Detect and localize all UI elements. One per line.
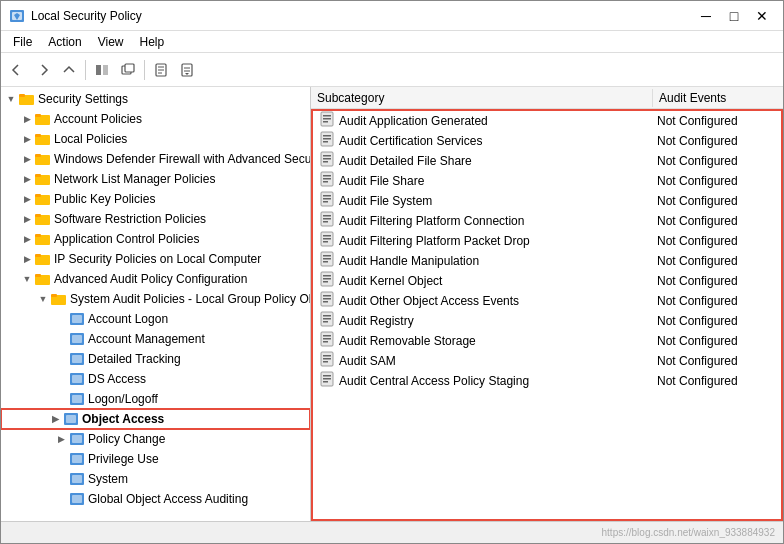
svg-rect-101 bbox=[323, 338, 331, 340]
list-row[interactable]: Audit Other Object Access EventsNot Conf… bbox=[313, 291, 781, 311]
tree-item-local-policies[interactable]: ▶ Local Policies bbox=[1, 129, 310, 149]
list-row[interactable]: Audit Detailed File ShareNot Configured bbox=[313, 151, 781, 171]
forward-button[interactable] bbox=[31, 58, 55, 82]
expander-app-control[interactable]: ▶ bbox=[19, 231, 35, 247]
tree-item-system[interactable]: ▶ System bbox=[1, 469, 310, 489]
tree-panel[interactable]: ▼ Security Settings ▶ Account Policies ▶ bbox=[1, 87, 311, 521]
audit-name: Audit Kernel Object bbox=[339, 274, 442, 288]
svg-rect-64 bbox=[323, 155, 331, 157]
tree-label-public-key: Public Key Policies bbox=[54, 189, 155, 209]
list-row[interactable]: Audit Certification ServicesNot Configur… bbox=[313, 131, 781, 151]
audit-status: Not Configured bbox=[651, 112, 781, 130]
list-row[interactable]: Audit Filtering Platform Packet DropNot … bbox=[313, 231, 781, 251]
menu-file[interactable]: File bbox=[5, 33, 40, 51]
svg-rect-84 bbox=[323, 255, 331, 257]
svg-rect-104 bbox=[323, 355, 331, 357]
menu-help[interactable]: Help bbox=[132, 33, 173, 51]
tree-item-system-audit[interactable]: ▼ System Audit Policies - Local Group Po… bbox=[1, 289, 310, 309]
tree-item-public-key[interactable]: ▶ Public Key Policies bbox=[1, 189, 310, 209]
list-row[interactable]: Audit RegistryNot Configured bbox=[313, 311, 781, 331]
expander-ip-security[interactable]: ▶ bbox=[19, 251, 35, 267]
expander-object-access[interactable]: ▶ bbox=[47, 411, 63, 427]
svg-rect-46 bbox=[66, 415, 76, 423]
folder-icon-network bbox=[35, 171, 51, 187]
expander-advanced-audit[interactable]: ▼ bbox=[19, 271, 35, 287]
tree-item-account-policies[interactable]: ▶ Account Policies bbox=[1, 109, 310, 129]
svg-rect-89 bbox=[323, 278, 331, 280]
audit-status: Not Configured bbox=[651, 232, 781, 250]
expander-software-restriction[interactable]: ▶ bbox=[19, 211, 35, 227]
tree-item-privilege-use[interactable]: ▶ Privilege Use bbox=[1, 449, 310, 469]
expander-local-policies[interactable]: ▶ bbox=[19, 131, 35, 147]
list-row[interactable]: Audit File ShareNot Configured bbox=[313, 171, 781, 191]
tree-item-software-restriction[interactable]: ▶ Software Restriction Policies bbox=[1, 209, 310, 229]
folder-icon-advanced bbox=[35, 271, 51, 287]
tree-label-account-logon: Account Logon bbox=[88, 309, 168, 329]
policy-icon-change bbox=[69, 431, 85, 447]
properties-button[interactable] bbox=[149, 58, 173, 82]
svg-rect-96 bbox=[323, 315, 331, 317]
tree-item-windows-defender[interactable]: ▶ Windows Defender Firewall with Advance… bbox=[1, 149, 310, 169]
expander-system-audit[interactable]: ▼ bbox=[35, 291, 51, 307]
expander-windows-defender[interactable]: ▶ bbox=[19, 151, 35, 167]
svg-rect-100 bbox=[323, 335, 331, 337]
tree-item-network-list[interactable]: ▶ Network List Manager Policies bbox=[1, 169, 310, 189]
list-row[interactable]: Audit Filtering Platform ConnectionNot C… bbox=[313, 211, 781, 231]
tree-item-ip-security[interactable]: ▶ IP Security Policies on Local Computer bbox=[1, 249, 310, 269]
expander-policy-change[interactable]: ▶ bbox=[53, 431, 69, 447]
folder-icon bbox=[19, 91, 35, 107]
tree-item-security-settings[interactable]: ▼ Security Settings bbox=[1, 89, 310, 109]
list-row[interactable]: Audit Central Access Policy StagingNot C… bbox=[313, 371, 781, 391]
tree-item-ds-access[interactable]: ▶ DS Access bbox=[1, 369, 310, 389]
back-button[interactable] bbox=[5, 58, 29, 82]
menu-action[interactable]: Action bbox=[40, 33, 89, 51]
title-bar: Local Security Policy ─ □ ✕ bbox=[1, 1, 783, 31]
tree-item-logon-logoff[interactable]: ▶ Logon/Logoff bbox=[1, 389, 310, 409]
close-button[interactable]: ✕ bbox=[749, 6, 775, 26]
tree-item-account-management[interactable]: ▶ Account Management bbox=[1, 329, 310, 349]
audit-name: Audit Certification Services bbox=[339, 134, 482, 148]
tree-item-object-access[interactable]: ▶ Object Access bbox=[1, 409, 310, 429]
svg-rect-82 bbox=[323, 241, 328, 243]
list-row[interactable]: Audit File SystemNot Configured bbox=[313, 191, 781, 211]
svg-rect-102 bbox=[323, 341, 328, 343]
tree-item-detailed-tracking[interactable]: ▶ Detailed Tracking bbox=[1, 349, 310, 369]
svg-rect-81 bbox=[323, 238, 331, 240]
toolbar bbox=[1, 53, 783, 87]
list-row[interactable]: Audit SAMNot Configured bbox=[313, 351, 781, 371]
minimize-button[interactable]: ─ bbox=[693, 6, 719, 26]
expander-public-key[interactable]: ▶ bbox=[19, 191, 35, 207]
export-button[interactable] bbox=[175, 58, 199, 82]
audit-name: Audit Central Access Policy Staging bbox=[339, 374, 529, 388]
tree-item-policy-change[interactable]: ▶ Policy Change bbox=[1, 429, 310, 449]
expander-account-policies[interactable]: ▶ bbox=[19, 111, 35, 127]
list-body[interactable]: Audit Application GeneratedNot Configure… bbox=[311, 109, 783, 521]
list-row[interactable]: Audit Kernel ObjectNot Configured bbox=[313, 271, 781, 291]
new-window-button[interactable] bbox=[116, 58, 140, 82]
policy-icon-system bbox=[69, 471, 85, 487]
tree-item-global-object[interactable]: ▶ Global Object Access Auditing bbox=[1, 489, 310, 509]
show-hide-button[interactable] bbox=[90, 58, 114, 82]
list-row[interactable]: Audit Removable StorageNot Configured bbox=[313, 331, 781, 351]
svg-rect-78 bbox=[323, 221, 328, 223]
tree-item-app-control[interactable]: ▶ Application Control Policies bbox=[1, 229, 310, 249]
menu-view[interactable]: View bbox=[90, 33, 132, 51]
svg-rect-74 bbox=[323, 201, 328, 203]
tree-item-advanced-audit[interactable]: ▼ Advanced Audit Policy Configuration bbox=[1, 269, 310, 289]
list-row[interactable]: Audit Application GeneratedNot Configure… bbox=[313, 111, 781, 131]
svg-rect-69 bbox=[323, 178, 331, 180]
expander-security-settings[interactable]: ▼ bbox=[3, 91, 19, 107]
show-hide-icon bbox=[95, 63, 109, 77]
audit-status: Not Configured bbox=[651, 152, 781, 170]
svg-rect-20 bbox=[35, 154, 41, 157]
audit-status: Not Configured bbox=[651, 172, 781, 190]
svg-rect-86 bbox=[323, 261, 328, 263]
svg-rect-54 bbox=[72, 495, 82, 503]
up-button[interactable] bbox=[57, 58, 81, 82]
svg-rect-14 bbox=[19, 94, 25, 97]
maximize-button[interactable]: □ bbox=[721, 6, 747, 26]
svg-rect-26 bbox=[35, 214, 41, 217]
expander-network-list[interactable]: ▶ bbox=[19, 171, 35, 187]
tree-item-account-logon[interactable]: ▶ Account Logon bbox=[1, 309, 310, 329]
list-row[interactable]: Audit Handle ManipulationNot Configured bbox=[313, 251, 781, 271]
